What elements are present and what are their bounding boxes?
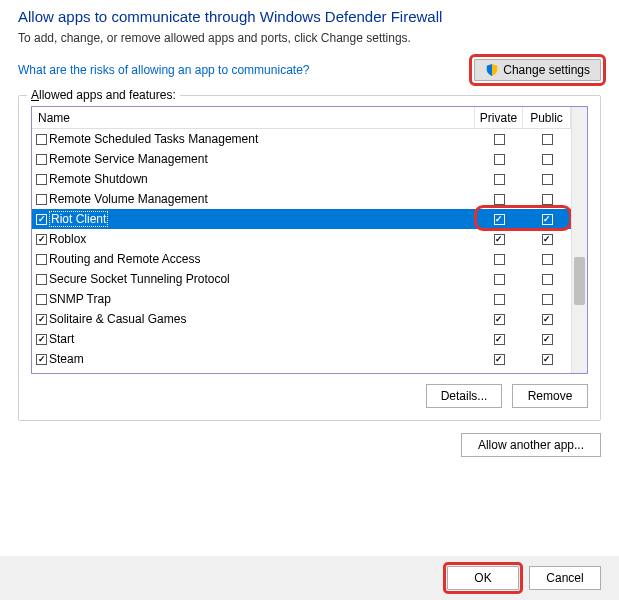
app-enabled-checkbox[interactable] — [36, 314, 47, 325]
table-row[interactable]: Solitaire & Casual Games — [32, 309, 571, 329]
private-checkbox[interactable] — [494, 274, 505, 285]
table-row[interactable]: Routing and Remote Access — [32, 249, 571, 269]
table-row[interactable]: Riot Client — [32, 209, 571, 229]
page-title: Allow apps to communicate through Window… — [18, 8, 601, 25]
private-cell[interactable] — [475, 274, 523, 285]
public-checkbox[interactable] — [542, 134, 553, 145]
table-row[interactable]: Remote Scheduled Tasks Management — [32, 129, 571, 149]
app-enabled-checkbox[interactable] — [36, 234, 47, 245]
app-name-cell[interactable]: Secure Socket Tunneling Protocol — [32, 272, 475, 286]
private-checkbox[interactable] — [494, 194, 505, 205]
table-row[interactable]: Remote Volume Management — [32, 189, 571, 209]
table-row[interactable]: Roblox — [32, 229, 571, 249]
ok-button[interactable]: OK — [447, 566, 519, 590]
public-checkbox[interactable] — [542, 294, 553, 305]
remove-button[interactable]: Remove — [512, 384, 588, 408]
app-enabled-checkbox[interactable] — [36, 194, 47, 205]
private-cell[interactable] — [475, 174, 523, 185]
table-row[interactable]: Secure Socket Tunneling Protocol — [32, 269, 571, 289]
app-name-cell[interactable]: Roblox — [32, 232, 475, 246]
private-checkbox[interactable] — [494, 294, 505, 305]
public-cell[interactable] — [523, 154, 571, 165]
private-cell[interactable] — [475, 154, 523, 165]
public-checkbox[interactable] — [542, 234, 553, 245]
public-cell[interactable] — [523, 134, 571, 145]
public-cell[interactable] — [523, 354, 571, 365]
private-cell[interactable] — [475, 354, 523, 365]
private-cell[interactable] — [475, 194, 523, 205]
app-name-cell[interactable]: Start — [32, 332, 475, 346]
private-checkbox[interactable] — [494, 314, 505, 325]
private-cell[interactable] — [475, 134, 523, 145]
app-name-cell[interactable]: Solitaire & Casual Games — [32, 312, 475, 326]
private-cell[interactable] — [475, 214, 523, 225]
app-enabled-checkbox[interactable] — [36, 174, 47, 185]
change-settings-button[interactable]: Change settings — [474, 59, 601, 81]
private-cell[interactable] — [475, 254, 523, 265]
group-label: Allowed apps and features: — [27, 88, 180, 102]
private-checkbox[interactable] — [494, 174, 505, 185]
table-row[interactable]: Remote Service Management — [32, 149, 571, 169]
private-checkbox[interactable] — [494, 134, 505, 145]
private-checkbox[interactable] — [494, 254, 505, 265]
app-enabled-checkbox[interactable] — [36, 294, 47, 305]
public-checkbox[interactable] — [542, 174, 553, 185]
public-checkbox[interactable] — [542, 214, 553, 225]
scrollbar[interactable] — [571, 107, 587, 373]
cancel-button[interactable]: Cancel — [529, 566, 601, 590]
col-public[interactable]: Public — [523, 107, 571, 128]
scroll-thumb[interactable] — [574, 257, 585, 305]
app-enabled-checkbox[interactable] — [36, 134, 47, 145]
public-cell[interactable] — [523, 214, 571, 225]
private-cell[interactable] — [475, 234, 523, 245]
public-cell[interactable] — [523, 234, 571, 245]
public-cell[interactable] — [523, 174, 571, 185]
table-row[interactable]: SNMP Trap — [32, 289, 571, 309]
private-cell[interactable] — [475, 294, 523, 305]
app-name-cell[interactable]: Routing and Remote Access — [32, 252, 475, 266]
app-enabled-checkbox[interactable] — [36, 274, 47, 285]
public-checkbox[interactable] — [542, 194, 553, 205]
private-cell[interactable] — [475, 314, 523, 325]
app-name-cell[interactable]: Remote Shutdown — [32, 172, 475, 186]
risk-link[interactable]: What are the risks of allowing an app to… — [18, 63, 309, 77]
private-checkbox[interactable] — [494, 154, 505, 165]
private-checkbox[interactable] — [494, 234, 505, 245]
col-private[interactable]: Private — [475, 107, 523, 128]
public-checkbox[interactable] — [542, 334, 553, 345]
app-name-cell[interactable]: SNMP Trap — [32, 292, 475, 306]
public-checkbox[interactable] — [542, 154, 553, 165]
app-name-label: Steam — [49, 352, 84, 366]
table-row[interactable]: Start — [32, 329, 571, 349]
public-cell[interactable] — [523, 274, 571, 285]
app-name-cell[interactable]: Steam — [32, 352, 475, 366]
app-enabled-checkbox[interactable] — [36, 254, 47, 265]
private-checkbox[interactable] — [494, 354, 505, 365]
public-checkbox[interactable] — [542, 354, 553, 365]
app-enabled-checkbox[interactable] — [36, 334, 47, 345]
details-button[interactable]: Details... — [426, 384, 502, 408]
private-cell[interactable] — [475, 334, 523, 345]
app-enabled-checkbox[interactable] — [36, 354, 47, 365]
private-checkbox[interactable] — [494, 334, 505, 345]
public-cell[interactable] — [523, 334, 571, 345]
public-checkbox[interactable] — [542, 274, 553, 285]
app-name-label: Routing and Remote Access — [49, 252, 200, 266]
public-cell[interactable] — [523, 254, 571, 265]
table-row[interactable]: Steam — [32, 349, 571, 369]
allow-another-button[interactable]: Allow another app... — [461, 433, 601, 457]
app-name-cell[interactable]: Riot Client — [32, 211, 475, 227]
app-enabled-checkbox[interactable] — [36, 214, 47, 225]
public-cell[interactable] — [523, 194, 571, 205]
app-name-cell[interactable]: Remote Scheduled Tasks Management — [32, 132, 475, 146]
app-name-cell[interactable]: Remote Volume Management — [32, 192, 475, 206]
app-enabled-checkbox[interactable] — [36, 154, 47, 165]
table-row[interactable]: Remote Shutdown — [32, 169, 571, 189]
private-checkbox[interactable] — [494, 214, 505, 225]
public-checkbox[interactable] — [542, 314, 553, 325]
col-name[interactable]: Name — [32, 107, 475, 128]
public-checkbox[interactable] — [542, 254, 553, 265]
public-cell[interactable] — [523, 314, 571, 325]
public-cell[interactable] — [523, 294, 571, 305]
app-name-cell[interactable]: Remote Service Management — [32, 152, 475, 166]
